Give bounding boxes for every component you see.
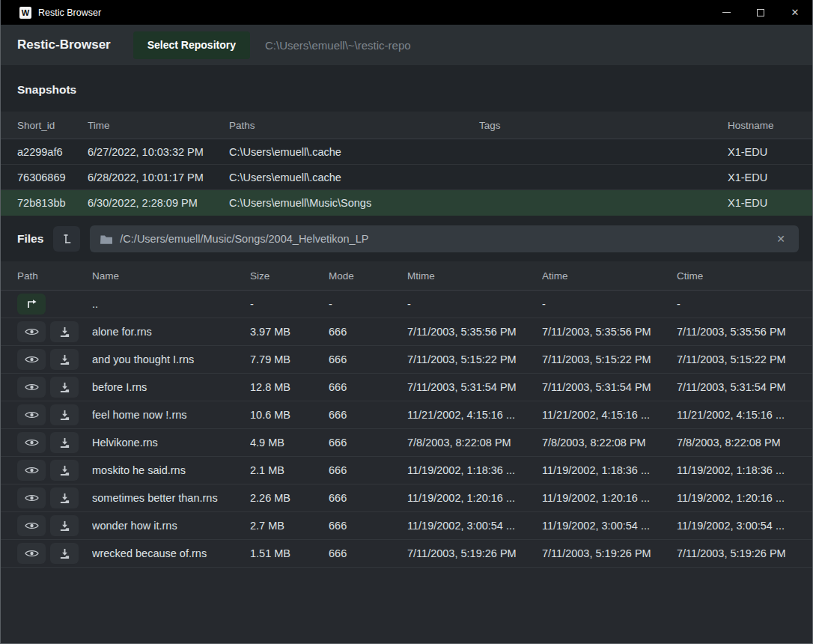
file-ctime: -	[677, 298, 812, 310]
snapshot-hostname: X1-EDU	[728, 171, 812, 183]
file-row: sometimes better than.rns 2.26 MB 666 11…	[1, 484, 812, 512]
preview-file-button[interactable]	[17, 460, 46, 481]
preview-file-button[interactable]	[17, 515, 46, 536]
eye-icon	[25, 355, 39, 364]
app-title: Restic-Browser	[17, 37, 111, 52]
maximize-button[interactable]	[743, 0, 778, 25]
parent-directory-row: .. - - - - -	[1, 291, 812, 318]
repository-path: C:\Users\emuell\~\restic-repo	[265, 39, 411, 52]
app-logo-icon: W	[19, 7, 31, 19]
snapshot-hostname: X1-EDU	[728, 146, 812, 158]
snapshot-short-id: a2299af6	[17, 146, 88, 158]
file-name: and you thought I.rns	[92, 353, 250, 365]
column-header-hostname: Hostname	[728, 120, 812, 131]
file-name: feel home now !.rns	[92, 409, 250, 421]
download-file-button[interactable]	[50, 377, 79, 398]
eye-icon	[25, 327, 39, 336]
column-header-ctime: Ctime	[677, 270, 812, 282]
file-size: 1.51 MB	[250, 547, 329, 559]
column-header-size: Size	[250, 270, 329, 282]
column-header-atime: Atime	[542, 270, 677, 282]
preview-file-button[interactable]	[17, 487, 46, 508]
download-file-button[interactable]	[50, 404, 79, 425]
snapshot-row-selected[interactable]: 72b813bb 6/30/2022, 2:28:09 PM C:\Users\…	[1, 190, 812, 216]
file-size: -	[250, 298, 329, 310]
download-icon	[59, 382, 70, 393]
minimize-button[interactable]	[709, 0, 743, 25]
preview-file-button[interactable]	[17, 377, 46, 398]
column-header-name: Name	[92, 270, 250, 282]
snapshot-hostname: X1-EDU	[728, 197, 812, 209]
file-size: 2.1 MB	[250, 464, 329, 476]
file-row: wrecked because of.rns 1.51 MB 666 7/11/…	[1, 540, 812, 568]
file-name: moskito he said.rns	[92, 464, 250, 476]
file-name: before I.rns	[92, 381, 250, 393]
file-mode: 666	[329, 547, 407, 559]
download-file-button[interactable]	[50, 460, 79, 481]
preview-file-button[interactable]	[17, 543, 46, 564]
file-row: and you thought I.rns 7.79 MB 666 7/11/2…	[1, 346, 812, 374]
column-header-mode: Mode	[329, 270, 407, 282]
snapshot-short-id: 76306869	[17, 171, 88, 183]
clear-path-button[interactable]: ✕	[773, 231, 788, 246]
go-to-parent-button[interactable]	[17, 294, 46, 315]
download-file-button[interactable]	[50, 349, 79, 370]
files-section: Path Name Size Mode Mtime Atime Ctime ..	[1, 261, 812, 643]
preview-file-button[interactable]	[17, 349, 46, 370]
file-mode: 666	[329, 326, 407, 338]
file-mtime: 7/8/2003, 8:22:08 PM	[407, 437, 542, 449]
file-atime: 7/8/2003, 8:22:08 PM	[542, 437, 677, 449]
download-icon	[59, 354, 70, 365]
download-file-button[interactable]	[50, 432, 79, 453]
file-ctime: 7/11/2003, 5:19:26 PM	[677, 547, 812, 559]
file-atime: 11/19/2002, 1:18:36 ...	[542, 464, 677, 476]
file-size: 3.97 MB	[250, 326, 329, 338]
download-icon	[59, 465, 70, 476]
file-row: wonder how it.rns 2.7 MB 666 11/19/2002,…	[1, 512, 812, 540]
download-file-button[interactable]	[50, 515, 79, 536]
file-atime: 11/19/2002, 1:20:16 ...	[542, 492, 677, 504]
download-file-button[interactable]	[50, 487, 79, 508]
close-button[interactable]: ✕	[778, 0, 812, 25]
preview-file-button[interactable]	[17, 321, 46, 342]
download-file-button[interactable]	[50, 543, 79, 564]
select-repository-button[interactable]: Select Repository	[133, 31, 250, 59]
file-name: Helvikone.rns	[92, 437, 250, 449]
preview-file-button[interactable]	[17, 404, 46, 425]
file-name: sometimes better than.rns	[92, 492, 250, 504]
file-ctime: 11/19/2002, 1:20:16 ...	[677, 492, 812, 504]
snapshot-paths: C:\Users\emuell\.cache	[229, 171, 479, 183]
file-row: feel home now !.rns 10.6 MB 666 11/21/20…	[1, 401, 812, 429]
file-name: ..	[92, 298, 250, 310]
close-icon: ✕	[791, 7, 800, 17]
eye-icon	[25, 410, 39, 419]
download-icon	[59, 548, 70, 559]
minimize-icon	[722, 12, 731, 13]
file-mode: 666	[329, 381, 407, 393]
file-size: 2.7 MB	[250, 520, 329, 532]
toggle-tree-view-button[interactable]	[53, 226, 80, 252]
snapshot-row[interactable]: 76306869 6/28/2022, 10:01:17 PM C:\Users…	[1, 165, 812, 190]
window-title: Restic Browser	[38, 7, 101, 18]
column-header-tags: Tags	[479, 120, 728, 131]
snapshot-time: 6/28/2022, 10:01:17 PM	[88, 171, 229, 183]
file-atime: 7/11/2003, 5:19:26 PM	[542, 547, 677, 559]
preview-file-button[interactable]	[17, 432, 46, 453]
window-controls: ✕	[709, 0, 812, 25]
file-mode: 666	[329, 520, 407, 532]
file-mode: -	[329, 298, 407, 310]
file-size: 4.9 MB	[250, 437, 329, 449]
maximize-icon	[757, 9, 764, 16]
download-icon	[59, 437, 70, 449]
file-atime: 7/11/2003, 5:15:22 PM	[542, 353, 677, 365]
file-row: alone for.rns 3.97 MB 666 7/11/2003, 5:3…	[1, 318, 812, 346]
snapshot-row[interactable]: a2299af6 6/27/2022, 10:03:32 PM C:\Users…	[1, 139, 812, 165]
download-file-button[interactable]	[50, 321, 79, 342]
files-table-header: Path Name Size Mode Mtime Atime Ctime	[1, 261, 812, 291]
file-row: Helvikone.rns 4.9 MB 666 7/8/2003, 8:22:…	[1, 429, 812, 457]
file-mtime: 7/11/2003, 5:15:22 PM	[407, 353, 542, 365]
current-path-bar[interactable]: /C:/Users/emuell/Music/Songs/2004_Helvet…	[90, 225, 799, 252]
eye-icon	[25, 383, 39, 392]
file-mtime: 7/11/2003, 5:31:54 PM	[407, 381, 542, 393]
file-ctime: 11/19/2002, 1:18:36 ...	[677, 464, 812, 476]
